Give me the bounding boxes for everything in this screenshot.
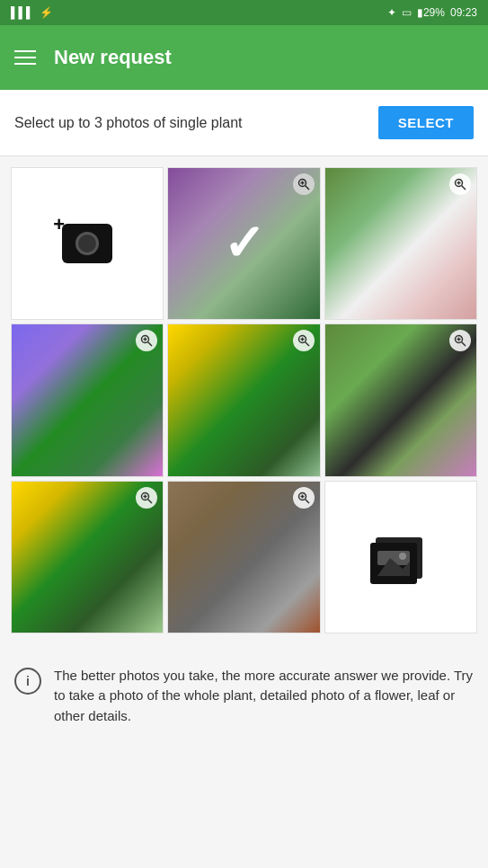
usb-icon: ⚡ — [40, 6, 53, 19]
photo-cell-7[interactable] — [167, 481, 320, 633]
photo-cell-2[interactable] — [324, 167, 477, 320]
status-left: ▌▌▌ ⚡ — [11, 6, 53, 19]
svg-line-25 — [305, 499, 309, 503]
add-photo-cell[interactable]: + — [11, 167, 164, 320]
photo-cell-4[interactable] — [167, 323, 320, 476]
app-header: New request — [0, 25, 488, 90]
camera-icon — [62, 224, 112, 263]
status-bar: ▌▌▌ ⚡ ✦ ▭ ▮29% 09:23 — [0, 0, 488, 25]
photo-grid: + ✓ — [0, 156, 488, 644]
photo-cell-6[interactable] — [11, 481, 164, 633]
checkmark-icon: ✓ — [223, 218, 265, 269]
info-text: The better photos you take, the more acc… — [54, 666, 474, 727]
svg-point-31 — [399, 553, 406, 560]
photo-cell-3[interactable] — [11, 323, 164, 476]
page-title: New request — [54, 46, 172, 69]
hamburger-line — [14, 63, 36, 65]
battery-indicator: ▮29% — [417, 6, 445, 19]
select-button[interactable]: SELECT — [378, 106, 474, 139]
zoom-icon-6[interactable] — [136, 487, 157, 509]
hamburger-menu[interactable] — [14, 50, 36, 65]
zoom-icon-7[interactable] — [293, 487, 315, 509]
zoom-icon-2[interactable] — [449, 173, 471, 195]
svg-line-21 — [148, 499, 153, 503]
signal-icon: ▌▌▌ — [11, 6, 34, 19]
svg-line-5 — [461, 186, 466, 190]
svg-line-17 — [461, 342, 466, 347]
photo-cell-1[interactable]: ✓ — [167, 167, 320, 320]
photo-cell-5[interactable] — [324, 323, 477, 476]
gallery-cell[interactable] — [324, 481, 477, 633]
info-box: i The better photos you take, the more a… — [0, 648, 488, 745]
svg-line-9 — [148, 342, 153, 347]
select-row: Select up to 3 photos of single plant SE… — [0, 90, 488, 156]
gallery-icon — [370, 530, 431, 584]
svg-line-13 — [305, 342, 309, 347]
zoom-icon-4[interactable] — [293, 330, 315, 351]
add-photo-icon: + — [62, 224, 112, 263]
info-icon: i — [14, 668, 41, 695]
hamburger-line — [14, 57, 36, 58]
hamburger-line — [14, 50, 36, 52]
tablet-icon: ▭ — [402, 6, 412, 19]
bluetooth-icon: ✦ — [387, 6, 396, 19]
status-right: ✦ ▭ ▮29% 09:23 — [387, 6, 477, 19]
selected-overlay-1: ✓ — [168, 168, 319, 319]
select-label: Select up to 3 photos of single plant — [14, 115, 243, 131]
time-display: 09:23 — [450, 6, 477, 19]
